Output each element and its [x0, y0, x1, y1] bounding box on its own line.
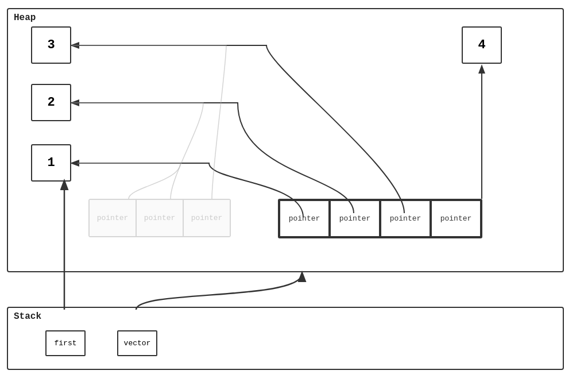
stack-label: Stack [14, 311, 41, 322]
heap-node-4: 4 [462, 26, 502, 64]
heap-label: Heap [14, 13, 36, 23]
heap-region: Heap 3 2 1 4 pointer pointer pointer poi… [7, 8, 564, 272]
stack-region: Stack first vector [7, 307, 564, 370]
ghost-pointer-group: pointer pointer pointer [88, 199, 231, 237]
heap-node-1: 1 [31, 144, 71, 182]
active-pointer-1: pointer [279, 200, 330, 237]
ghost-pointer-3: pointer [183, 199, 230, 237]
heap-node-3: 3 [31, 26, 71, 64]
main-diagram: Heap 3 2 1 4 pointer pointer pointer poi… [7, 8, 581, 370]
ghost-pointer-1: pointer [89, 199, 136, 237]
stack-var-first: first [45, 330, 86, 356]
ghost-pointer-2: pointer [136, 199, 183, 237]
stack-var-vector: vector [117, 330, 157, 356]
active-pointer-group: pointer pointer pointer pointer [278, 199, 482, 238]
active-pointer-4: pointer [431, 200, 481, 237]
heap-node-2: 2 [31, 84, 71, 121]
active-pointer-3: pointer [380, 200, 431, 237]
active-pointer-2: pointer [330, 200, 380, 237]
